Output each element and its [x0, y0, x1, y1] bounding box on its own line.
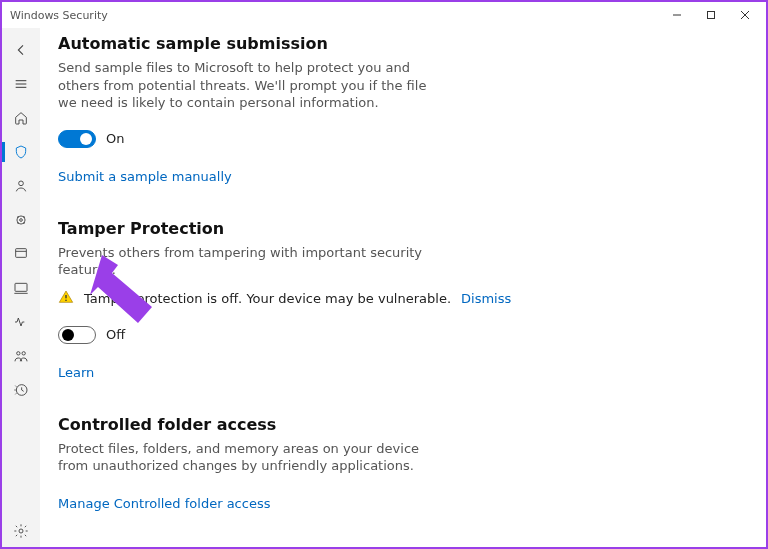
window-title: Windows Security: [10, 9, 108, 22]
svg-point-7: [19, 181, 24, 186]
exclusions-title: Exclusions: [58, 546, 742, 547]
close-button[interactable]: [728, 5, 762, 25]
sample-submission-toggle-label: On: [106, 131, 124, 146]
content-area[interactable]: Automatic sample submission Send sample …: [40, 28, 766, 547]
svg-rect-17: [65, 295, 66, 298]
account-protection-icon[interactable]: [2, 170, 40, 202]
sample-submission-title: Automatic sample submission: [58, 34, 742, 53]
minimize-button[interactable]: [660, 5, 694, 25]
warning-icon: [58, 289, 74, 308]
app-browser-control-icon[interactable]: [2, 238, 40, 270]
tamper-title: Tamper Protection: [58, 219, 742, 238]
svg-rect-9: [16, 249, 27, 258]
section-tamper-protection: Tamper Protection Prevents others from t…: [58, 219, 742, 381]
svg-rect-1: [708, 12, 715, 19]
cfa-desc: Protect files, folders, and memory areas…: [58, 440, 438, 475]
app-window: Windows Security: [0, 0, 768, 549]
svg-rect-18: [65, 299, 66, 300]
protection-history-icon[interactable]: [2, 374, 40, 406]
svg-point-16: [19, 529, 23, 533]
manage-cfa-link[interactable]: Manage Controlled folder access: [58, 496, 270, 511]
dismiss-link[interactable]: Dismiss: [461, 291, 511, 306]
tamper-toggle[interactable]: [58, 326, 96, 344]
nav-rail: [2, 28, 40, 547]
body: Automatic sample submission Send sample …: [2, 28, 766, 547]
tamper-desc: Prevents others from tampering with impo…: [58, 244, 438, 279]
titlebar: Windows Security: [2, 2, 766, 28]
sample-submission-toggle[interactable]: [58, 130, 96, 148]
svg-point-8: [20, 219, 23, 222]
firewall-icon[interactable]: [2, 204, 40, 236]
cfa-title: Controlled folder access: [58, 415, 742, 434]
section-controlled-folder-access: Controlled folder access Protect files, …: [58, 415, 742, 512]
svg-rect-11: [15, 283, 27, 291]
device-security-icon[interactable]: [2, 272, 40, 304]
section-sample-submission: Automatic sample submission Send sample …: [58, 34, 742, 185]
section-exclusions: Exclusions Microsoft Defender Antivirus …: [58, 546, 742, 547]
window-controls: [660, 5, 762, 25]
sample-submission-desc: Send sample files to Microsoft to help p…: [58, 59, 438, 112]
submit-sample-link[interactable]: Submit a sample manually: [58, 169, 232, 184]
menu-button[interactable]: [2, 68, 40, 100]
svg-point-14: [22, 352, 25, 355]
tamper-toggle-label: Off: [106, 327, 125, 342]
virus-protection-icon[interactable]: [2, 136, 40, 168]
back-button[interactable]: [2, 34, 40, 66]
settings-icon[interactable]: [2, 515, 40, 547]
home-icon[interactable]: [2, 102, 40, 134]
learn-more-link[interactable]: Learn: [58, 365, 94, 380]
svg-point-13: [17, 352, 20, 355]
maximize-button[interactable]: [694, 5, 728, 25]
tamper-warning-text: Tamper protection is off. Your device ma…: [84, 291, 451, 306]
family-options-icon[interactable]: [2, 340, 40, 372]
device-performance-icon[interactable]: [2, 306, 40, 338]
